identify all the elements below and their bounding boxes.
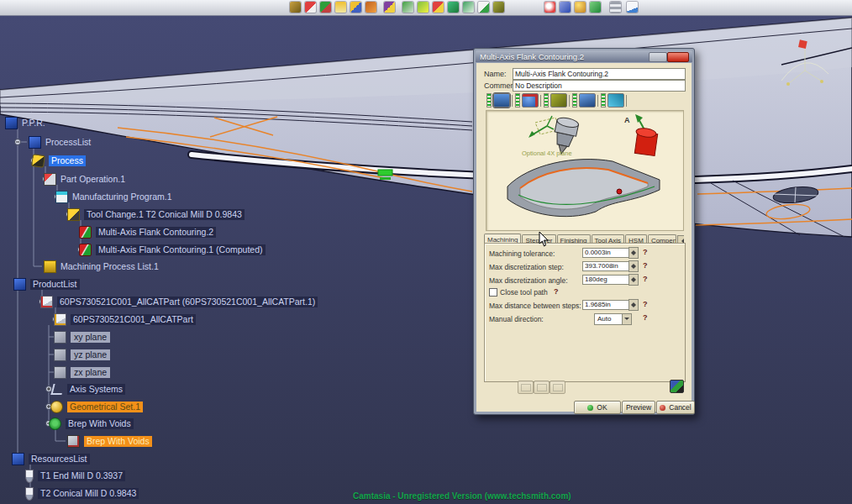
tree-item-label: Manufacturing Program.1 xyxy=(72,192,171,202)
machining-tolerance-input[interactable]: 0.0003in xyxy=(582,248,629,258)
datum-tool-icon[interactable] xyxy=(290,2,301,13)
measure-pad-icon[interactable] xyxy=(335,2,346,13)
dialog-close-button[interactable] xyxy=(667,52,689,62)
tool-path-analyze-button[interactable] xyxy=(550,381,565,394)
help-icon[interactable]: ? xyxy=(643,261,648,270)
tree-item-resourceslist[interactable]: ResourcesList xyxy=(12,453,90,465)
tree-item-part-operation[interactable]: Part Operation.1 xyxy=(44,173,125,186)
pocket-check-icon[interactable] xyxy=(433,2,444,13)
tree-item-t2-conical-mill[interactable]: T2 Conical Mill D 0.9843 xyxy=(25,487,139,500)
help-icon[interactable]: ? xyxy=(643,300,648,308)
help-icon[interactable]: ? xyxy=(554,287,559,296)
flag-area-icon[interactable] xyxy=(478,2,489,13)
surface-leaf-icon[interactable] xyxy=(418,2,429,13)
manual-direction-combo[interactable]: Auto xyxy=(594,313,632,325)
name-input[interactable]: Multi-Axis Flank Contouring.2 xyxy=(513,68,686,80)
tree-item-brep-with-voids[interactable]: Brep With Voids xyxy=(49,417,134,430)
strategy-preview-image: Optional 4X plane A xyxy=(486,110,684,231)
catpart-instance-icon xyxy=(40,296,53,308)
flank-contouring-icon xyxy=(79,226,92,239)
help-icon[interactable]: ? xyxy=(643,248,648,256)
max-distance-between-steps-spinner[interactable] xyxy=(628,299,639,311)
export-page-icon[interactable] xyxy=(627,2,638,13)
machining-tolerance-spinner[interactable] xyxy=(628,247,639,259)
end-mill-tool-icon xyxy=(25,470,34,483)
cancel-button[interactable]: Cancel xyxy=(656,401,695,414)
tree-item-tool-change[interactable]: Tool Change.1 T2 Conical Mill D 0.9843 xyxy=(67,208,245,221)
plane-icon xyxy=(54,331,66,344)
tree-item-t1-end-mill[interactable]: T1 End Mill D 0.3937 xyxy=(25,470,125,482)
tree-item-label: Part Operation.1 xyxy=(60,174,125,185)
tree-item-catpart-instance[interactable]: 60PS730521C001_AllCATPart (60PS730521C00… xyxy=(40,296,318,308)
max-discretization-angle-label: Max discretization angle: xyxy=(489,276,568,285)
tree-item-productlist[interactable]: ProductList xyxy=(13,278,80,291)
annotation-a-icon[interactable] xyxy=(305,2,316,13)
help-icon[interactable]: ? xyxy=(643,313,648,322)
process-list-icon xyxy=(29,136,41,149)
tree-item-xy-plane[interactable]: xy plane xyxy=(54,331,110,344)
geometry-page-icon[interactable] xyxy=(515,93,539,108)
tree-item-geometrical-set[interactable]: Geometrical Set.1 xyxy=(50,401,143,413)
tree-item-label: Geometrical Set.1 xyxy=(67,402,143,412)
max-discretization-step-input[interactable]: 393.7008in xyxy=(582,261,629,271)
tree-item-catpart[interactable]: 60PS730521C001_AllCATPart xyxy=(54,313,196,326)
tool-path-replay-button[interactable] xyxy=(518,381,534,394)
max-discretization-step-spinner[interactable] xyxy=(628,260,639,272)
max-discretization-angle-spinner[interactable] xyxy=(628,274,639,286)
tree-item-flank-contouring-2[interactable]: Multi-Axis Flank Contouring.2 xyxy=(79,226,216,239)
preview-button[interactable]: Preview xyxy=(622,401,655,414)
tree-item-manufacturing-program[interactable]: Manufacturing Program.1 xyxy=(55,191,171,203)
tree-item-axis-systems[interactable]: Axis Systems xyxy=(52,383,125,396)
close-tool-path-checkbox[interactable] xyxy=(489,288,497,297)
tree-item-ppr[interactable]: P.P.R. xyxy=(5,117,45,129)
blue-cube-icon[interactable] xyxy=(560,2,571,13)
tree-item-process[interactable]: Process xyxy=(32,155,86,167)
manufacturing-program-icon xyxy=(55,191,68,203)
dialog-minimize-button[interactable] xyxy=(649,52,667,62)
yellow-sphere-icon[interactable] xyxy=(575,2,586,13)
shield-icon[interactable] xyxy=(463,2,474,13)
max-distance-between-steps-input[interactable]: 1.9685in xyxy=(582,300,629,310)
green-cube-icon[interactable] xyxy=(590,2,601,13)
grid-list-icon[interactable] xyxy=(610,2,621,13)
compass-handle[interactable] xyxy=(798,39,807,49)
catalog-browser-icon[interactable] xyxy=(670,380,684,393)
tree-item-brep-with-voids-result[interactable]: Brep With Voids xyxy=(67,435,152,448)
pencil-machining-icon[interactable] xyxy=(493,2,504,13)
tool-page-icon[interactable] xyxy=(544,93,567,108)
graph-tree-icon[interactable] xyxy=(384,2,395,13)
help-icon[interactable]: ? xyxy=(643,275,648,283)
feeds-speeds-page-icon[interactable] xyxy=(572,93,596,108)
tree-item-yz-plane[interactable]: yz plane xyxy=(54,349,110,361)
green-dotbar-icon xyxy=(544,93,549,108)
apply-material-icon[interactable] xyxy=(366,2,376,13)
record-circle-icon[interactable] xyxy=(544,2,555,13)
green-selection-marker[interactable] xyxy=(378,170,392,180)
flank-contouring-icon xyxy=(79,244,92,256)
tree-item-zx-plane[interactable]: zx plane xyxy=(54,366,110,379)
part-body-icon[interactable] xyxy=(402,2,413,13)
tree-item-label: xy plane xyxy=(71,332,110,343)
dialog-titlebar[interactable]: Multi-Axis Flank Contouring.2 xyxy=(476,50,692,62)
tree-item-flank-contouring-1[interactable]: Multi-Axis Flank Contouring.1 (Computed) xyxy=(79,244,266,256)
tool-change-icon xyxy=(67,208,80,221)
tree-item-machining-process-list[interactable]: Machining Process List.1 xyxy=(44,260,159,273)
sketch-plane-icon[interactable] xyxy=(350,2,361,13)
macros-page-icon[interactable] xyxy=(601,93,624,108)
max-discretization-step-label: Max discretization step: xyxy=(489,263,564,271)
ok-button[interactable]: OK xyxy=(574,401,621,414)
tool-path-simulate-button[interactable] xyxy=(534,381,550,394)
comment-input[interactable]: No Description xyxy=(513,80,686,92)
green-dotbar-icon xyxy=(601,93,606,108)
max-discretization-angle-input[interactable]: 180deg xyxy=(582,275,629,285)
strategy-page-icon[interactable] xyxy=(486,93,510,108)
tree-item-label: Axis Systems xyxy=(67,384,125,395)
catalog-book-icon[interactable] xyxy=(320,2,331,13)
tree-item-processlist[interactable]: ProcessList xyxy=(29,136,91,149)
combo-arrow-icon[interactable] xyxy=(622,314,631,324)
tool-axis-cylinder xyxy=(634,114,657,156)
prism-cube-icon[interactable] xyxy=(448,2,459,13)
multi-axis-flank-contouring-dialog: Multi-Axis Flank Contouring.2 Name: Mult… xyxy=(473,48,695,415)
cancel-status-dot-icon xyxy=(660,405,665,411)
top-toolbar xyxy=(0,0,852,16)
